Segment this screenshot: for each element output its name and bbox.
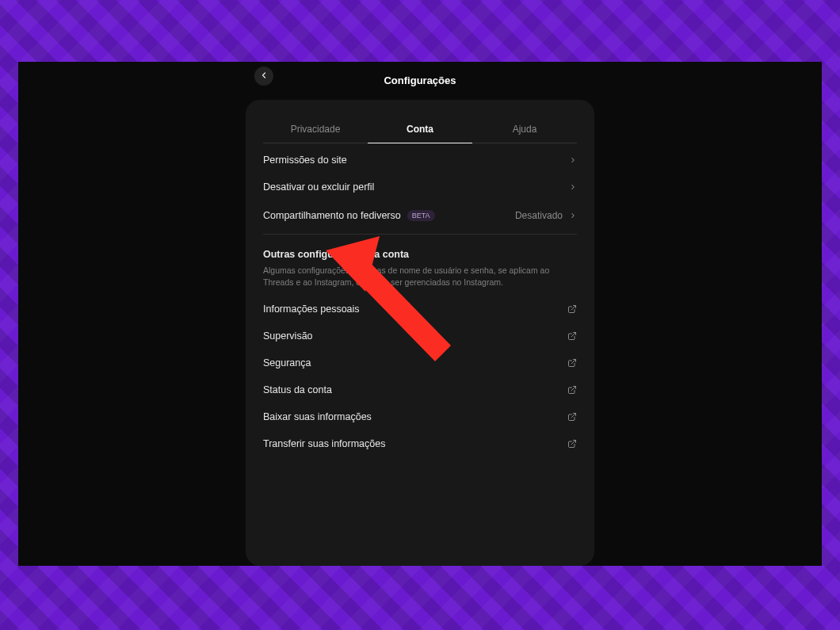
row-account-status[interactable]: Status da conta	[263, 376, 577, 403]
external-link-icon	[567, 439, 577, 449]
row-label: Status da conta	[263, 384, 332, 395]
tab-privacy[interactable]: Privacidade	[263, 116, 368, 143]
row-personal-info[interactable]: Informações pessoais	[263, 296, 577, 323]
row-label-text: Compartilhamento no fediverso	[263, 210, 401, 221]
account-rows-group: Permissões do site Desativar ou excluir …	[263, 143, 577, 235]
row-label: Supervisão	[263, 330, 313, 342]
row-label: Segurança	[263, 357, 311, 368]
external-link-icon	[567, 331, 577, 341]
tab-help[interactable]: Ajuda	[472, 116, 577, 143]
row-transfer-info[interactable]: Transferir suas informações	[263, 430, 577, 457]
row-site-permissions[interactable]: Permissões do site	[263, 147, 577, 174]
svg-line-3	[571, 387, 576, 391]
row-security[interactable]: Segurança	[263, 349, 577, 376]
svg-line-2	[571, 360, 576, 365]
row-label: Transferir suas informações	[263, 438, 385, 449]
chevron-right-icon	[569, 208, 577, 223]
row-label: Desativar ou excluir perfil	[263, 181, 374, 193]
row-label: Compartilhamento no fediverso BETA	[263, 210, 435, 221]
arrow-left-icon	[259, 69, 269, 83]
row-label: Informações pessoais	[263, 304, 360, 315]
external-link-icon	[567, 304, 577, 314]
other-settings-description: Algumas configurações, como as de nome d…	[263, 265, 577, 288]
external-link-icon	[567, 358, 577, 368]
row-fediverse-sharing[interactable]: Compartilhamento no fediverso BETA Desat…	[263, 200, 577, 231]
row-deactivate-delete[interactable]: Desativar ou excluir perfil	[263, 174, 577, 200]
svg-line-4	[571, 414, 576, 418]
row-right: Desativado	[515, 208, 577, 223]
row-download-info[interactable]: Baixar suas informações	[263, 403, 577, 430]
other-settings-title: Outras configurações da conta	[263, 249, 577, 260]
row-label: Permissões do site	[263, 155, 347, 166]
other-rows-group: Informações pessoais Supervisão Seguranç…	[263, 292, 577, 460]
back-button[interactable]	[254, 67, 273, 86]
page-title: Configurações	[384, 74, 456, 86]
svg-line-1	[571, 333, 576, 338]
row-label: Baixar suas informações	[263, 411, 372, 422]
settings-panel: Privacidade Conta Ajuda Permissões do si…	[246, 100, 594, 566]
svg-line-0	[571, 306, 576, 311]
page-header: Configurações	[18, 65, 822, 95]
svg-line-5	[571, 441, 576, 445]
chevron-right-icon	[569, 183, 577, 191]
row-supervision[interactable]: Supervisão	[263, 323, 577, 349]
fediverse-status: Desativado	[515, 210, 563, 221]
beta-badge: BETA	[407, 210, 435, 221]
external-link-icon	[567, 385, 577, 395]
settings-tabs: Privacidade Conta Ajuda	[263, 116, 577, 143]
external-link-icon	[567, 412, 577, 422]
chevron-right-icon	[569, 156, 577, 164]
tab-account[interactable]: Conta	[368, 116, 472, 143]
app-window: Configurações Privacidade Conta Ajuda Pe…	[18, 62, 822, 566]
